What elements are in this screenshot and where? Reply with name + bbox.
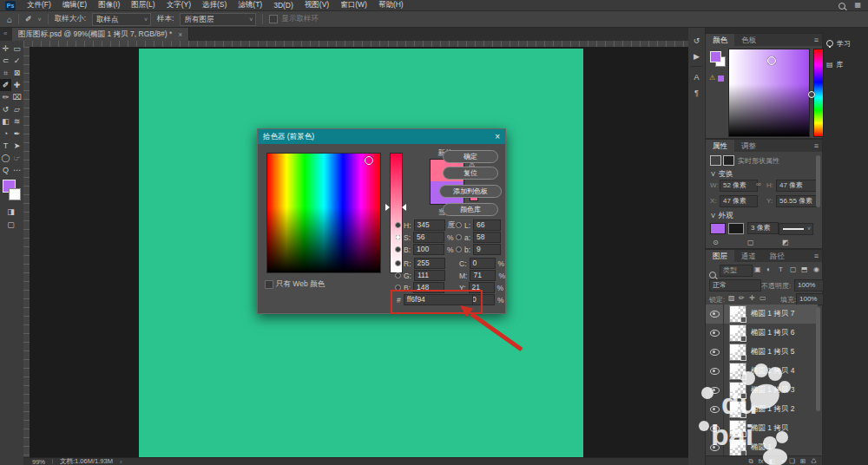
new-layer-icon[interactable]: ⊞ <box>800 457 806 465</box>
lock-image-icon[interactable]: ✏ <box>739 294 745 302</box>
learn-panel-button[interactable]: 学习 <box>826 36 866 50</box>
r-radio[interactable] <box>395 260 401 266</box>
m-input[interactable]: 71 <box>470 270 496 281</box>
menu-file[interactable]: 文件(F) <box>27 0 51 10</box>
x-field[interactable]: 47 像素 <box>720 195 758 207</box>
s-radio[interactable] <box>395 234 401 240</box>
pen-tool-icon[interactable]: ✒ <box>11 128 23 140</box>
h-radio[interactable] <box>395 222 401 228</box>
s-input[interactable]: 56 <box>413 232 444 243</box>
g-radio[interactable] <box>395 272 401 278</box>
document-tab[interactable]: 图库图标.psd @ 99%(椭圆 1 拷贝 7, RGB/8#) * × <box>12 28 189 41</box>
layer-name[interactable]: 椭圆 1 拷贝 3 <box>751 385 795 396</box>
fill-field[interactable]: 100% <box>796 293 824 305</box>
lock-transparent-icon[interactable]: ▨ <box>728 294 735 302</box>
zoom-level[interactable]: 99% <box>32 458 45 465</box>
color-field-marker[interactable] <box>767 56 776 65</box>
character-panel-icon[interactable]: A <box>688 73 705 82</box>
color-libraries-button[interactable]: 颜色库 <box>443 203 498 216</box>
a-radio[interactable] <box>456 234 462 240</box>
layer-row[interactable]: 椭圆 1 拷贝 7 <box>706 305 818 324</box>
healing-brush-tool-icon[interactable]: ✚ <box>11 79 23 91</box>
search-icon[interactable] <box>838 3 845 11</box>
more-tools-icon[interactable]: ⋯ <box>11 164 23 176</box>
lock-artboard-icon[interactable]: ▭ <box>760 294 766 302</box>
menu-layer[interactable]: 图层(L) <box>131 0 155 10</box>
panel-menu-icon[interactable]: ≡ <box>811 34 822 46</box>
lock-position-icon[interactable]: ✛ <box>749 294 755 302</box>
tab-paths[interactable]: 路径 <box>763 250 792 262</box>
layer-thumbnail[interactable] <box>729 401 746 418</box>
opacity-field[interactable]: 100% <box>794 279 824 291</box>
fill-color-chip[interactable] <box>710 223 726 234</box>
visibility-eye-icon[interactable] <box>706 419 724 438</box>
layer-thumbnail[interactable] <box>729 382 746 399</box>
hand-tool-icon[interactable]: ☞ <box>11 152 23 164</box>
menu-window[interactable]: 窗口(W) <box>340 0 367 10</box>
layer-row[interactable]: 椭圆 1 拷贝 4 <box>706 362 818 381</box>
delete-layer-icon[interactable]: ♺ <box>811 457 817 465</box>
libraries-panel-button[interactable]: ▤ 库 <box>826 57 866 71</box>
status-chevron-icon[interactable]: › <box>120 458 122 465</box>
layer-thumbnail[interactable] <box>729 344 746 361</box>
layer-name[interactable]: 椭圆 1 拷贝 7 <box>751 309 795 319</box>
link-dimensions-icon[interactable]: ∞ <box>756 180 761 188</box>
marquee-tool-icon[interactable]: ▭ <box>11 43 23 55</box>
menu-3d[interactable]: 3D(D) <box>273 1 293 10</box>
b-radio[interactable] <box>395 246 401 252</box>
layer-row[interactable]: 椭圆 1 拷贝 5 <box>706 343 818 362</box>
layer-name[interactable]: 椭圆 1 <box>751 442 772 453</box>
menu-view[interactable]: 视图(V) <box>305 0 329 10</box>
tab-layers[interactable]: 图层 <box>706 250 734 262</box>
visibility-eye-icon[interactable] <box>706 362 724 381</box>
b2-input[interactable]: 148 <box>413 282 444 293</box>
layer-effects-icon[interactable]: fx <box>759 457 764 465</box>
visibility-eye-icon[interactable] <box>706 438 724 455</box>
lasso-tool-icon[interactable]: ⊂ <box>0 55 11 67</box>
g-input[interactable]: 111 <box>414 270 445 281</box>
blur-tool-icon[interactable]: ≋ <box>11 115 23 128</box>
menu-edit[interactable]: 编辑(E) <box>62 0 87 10</box>
home-icon[interactable]: ⌂ <box>7 15 12 24</box>
visibility-eye-icon[interactable] <box>706 324 724 343</box>
ok-button[interactable]: 确定 <box>443 150 498 163</box>
paragraph-panel-icon[interactable]: ¶ <box>688 88 705 97</box>
b-input[interactable]: 100 <box>413 244 444 255</box>
tab-adjustments[interactable]: 调整 <box>734 140 763 152</box>
layer-filter-dropdown[interactable]: 类型 <box>720 265 753 277</box>
l-input[interactable]: 66 <box>473 219 501 231</box>
saturation-slider[interactable] <box>390 153 403 273</box>
eyedropper-tool-icon[interactable]: ✐ <box>25 15 32 23</box>
close-tab-icon[interactable]: × <box>178 30 182 39</box>
layer-name[interactable]: 椭圆 1 拷贝 6 <box>751 328 795 338</box>
layer-row[interactable]: 椭圆 1 拷贝 6 <box>706 324 818 343</box>
b2-radio[interactable] <box>395 285 401 291</box>
path-select-tool-icon[interactable]: ➤ <box>11 140 23 152</box>
layer-row[interactable]: 椭圆 1 拷贝 2 <box>706 400 818 419</box>
layers-scrollbar[interactable] <box>816 307 820 411</box>
visibility-eye-icon[interactable] <box>706 305 724 324</box>
y-input[interactable]: 21 <box>469 282 495 293</box>
filter-smart-object-icon[interactable]: ⬒ <box>801 265 808 273</box>
add-mask-icon[interactable]: ◧ <box>769 457 775 465</box>
blend-mode-dropdown[interactable]: 正常 <box>709 279 761 291</box>
lab-b-input[interactable]: 9 <box>473 244 501 255</box>
shape-tool-icon[interactable]: ◯ <box>0 152 11 164</box>
l-radio[interactable] <box>456 222 462 228</box>
eyedropper-tool-icon[interactable]: ✐ <box>0 79 11 91</box>
menu-help[interactable]: 帮助(H) <box>378 0 404 10</box>
reset-button[interactable]: 复位 <box>443 167 498 180</box>
crop-tool-icon[interactable]: ⌗ <box>0 67 11 79</box>
dialog-close-icon[interactable]: × <box>495 132 500 141</box>
history-panel-icon[interactable]: ↺ <box>688 36 705 45</box>
add-to-swatches-button[interactable]: 添加到色板 <box>439 185 502 198</box>
background-color-swatch[interactable] <box>9 188 21 200</box>
tool-preset-chevron-icon[interactable]: ˅ <box>38 16 42 23</box>
move-tool-icon[interactable]: ✛ <box>0 43 11 55</box>
sample-size-dropdown[interactable]: 取样点 <box>92 13 151 26</box>
layer-thumbnail[interactable] <box>729 305 746 323</box>
color-field-marker[interactable] <box>365 156 373 165</box>
panel-menu-icon[interactable]: ≡ <box>811 250 822 262</box>
actions-panel-icon[interactable]: ▶ <box>688 52 705 61</box>
filter-pixel-icon[interactable]: ▣ <box>754 265 761 273</box>
